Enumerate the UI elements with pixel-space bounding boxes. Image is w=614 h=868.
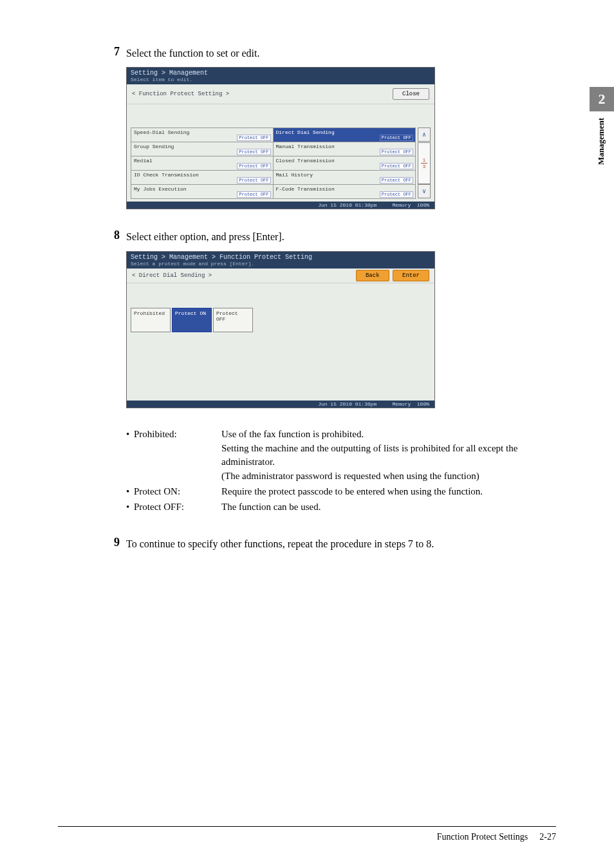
function-cell[interactable]: Mail HistoryProtect OFF — [274, 171, 416, 185]
def-desc-line: Setting the machine and the outputting o… — [221, 442, 556, 470]
option-protect-off[interactable]: Protect OFF — [213, 308, 253, 332]
chapter-number-box: 2 — [590, 87, 614, 111]
def-desc-line: (The administrator password is requested… — [221, 469, 556, 484]
function-grid: Speed-Dial SendingProtect OFF Direct Dia… — [131, 127, 416, 199]
close-button[interactable]: Close — [393, 88, 429, 100]
function-cell[interactable]: Manual TransmissionProtect OFF — [274, 142, 416, 156]
function-cell[interactable]: Group SendingProtect OFF — [131, 142, 274, 156]
page-number: 2-27 — [539, 832, 556, 842]
step-text: Select the function to set or edit. — [126, 45, 260, 61]
scroll-up-button[interactable]: ∧ — [418, 127, 431, 142]
step-text: To continue to specify other functions, … — [126, 536, 434, 551]
breadcrumb-sub: Select a protect mode and press [Enter]. — [131, 261, 431, 267]
step-number: 9 — [103, 536, 120, 549]
section-label: < Function Protect Setting > — [132, 91, 229, 97]
protect-options: Prohibited Protect ON Protect OFF — [127, 304, 434, 336]
option-prohibited[interactable]: Prohibited — [131, 308, 171, 332]
ss-header: Setting > Management Select item to edit… — [127, 68, 434, 84]
status-date: Jun 15 2010 01:30pm — [318, 401, 377, 407]
def-desc-line: Require the protect passcode to be enter… — [221, 485, 556, 499]
step-8: 8 Select either option, and press [Enter… — [103, 229, 556, 244]
def-term: Prohibited: — [134, 428, 221, 484]
page-footer: Function Protect Settings 2-27 — [58, 826, 556, 842]
definitions-list: • Prohibited: Use of the fax function is… — [126, 428, 556, 514]
screenshot-management: Setting > Management Select item to edit… — [126, 67, 435, 209]
def-desc-line: The function can be used. — [221, 500, 556, 514]
status-date: Jun 15 2010 01:30pm — [318, 202, 377, 208]
function-cell[interactable]: Speed-Dial SendingProtect OFF — [131, 128, 274, 142]
chapter-tab: 2 Management — [590, 87, 614, 169]
status-memory-pct: 100% — [417, 202, 429, 208]
ss-body: Speed-Dial SendingProtect OFF Direct Dia… — [127, 125, 434, 202]
status-memory-label: Memory — [392, 202, 411, 208]
bullet-icon: • — [126, 485, 134, 499]
def-term: Protect OFF: — [134, 500, 221, 514]
ss-statusbar: Jun 15 2010 01:30pm Memory 100% — [127, 401, 434, 408]
function-cell-selected[interactable]: Direct Dial SendingProtect OFF — [274, 128, 416, 142]
spacer — [127, 283, 434, 304]
def-term: Protect ON: — [134, 485, 221, 499]
status-memory-pct: 100% — [417, 401, 429, 407]
def-desc-line: Use of the fax function is prohibited. — [221, 428, 556, 442]
spacer — [127, 104, 434, 125]
function-cell[interactable]: My Jobs ExecutionProtect OFF — [131, 185, 274, 199]
function-cell[interactable]: F-Code TransmissionProtect OFF — [274, 185, 416, 199]
screenshot-protect-setting: Setting > Management > Function Protect … — [126, 251, 435, 408]
scroll-bar: ∧ 1 3 ∨ — [418, 127, 431, 199]
page-indicator: 1 3 — [418, 142, 431, 184]
option-protect-on[interactable]: Protect ON — [172, 308, 212, 332]
scroll-down-button[interactable]: ∨ — [418, 184, 431, 198]
breadcrumb: Setting > Management — [131, 70, 431, 77]
step-number: 8 — [103, 229, 120, 242]
function-cell[interactable]: RedialProtect OFF — [131, 156, 274, 171]
bullet-icon: • — [126, 428, 134, 484]
ss-header: Setting > Management > Function Protect … — [127, 252, 434, 269]
chapter-label: Management — [590, 114, 606, 169]
function-cell[interactable]: Closed TransmissionProtect OFF — [274, 156, 416, 171]
step-number: 7 — [103, 45, 120, 59]
footer-title: Function Protect Settings — [437, 832, 528, 842]
ss-statusbar: Jun 15 2010 01:30pm Memory 100% — [127, 202, 434, 209]
bullet-icon: • — [126, 500, 134, 514]
back-button[interactable]: Back — [356, 270, 389, 281]
breadcrumb: Setting > Management > Function Protect … — [131, 254, 431, 261]
function-cell[interactable]: ID Check TransmissionProtect OFF — [131, 171, 274, 185]
step-7: 7 Select the function to set or edit. — [103, 45, 556, 61]
step-9: 9 To continue to specify other functions… — [103, 536, 556, 551]
ss-toolbar: < Direct Dial Sending > Back Enter — [127, 269, 434, 283]
chapter-number: 2 — [599, 91, 606, 108]
status-memory-label: Memory — [392, 401, 411, 407]
spacer — [127, 336, 434, 401]
step-text: Select either option, and press [Enter]. — [126, 229, 284, 244]
breadcrumb-sub: Select item to edit. — [131, 77, 431, 82]
ss-toolbar: < Function Protect Setting > Close — [127, 84, 434, 104]
section-label: < Direct Dial Sending > — [132, 272, 212, 279]
enter-button[interactable]: Enter — [393, 270, 429, 281]
